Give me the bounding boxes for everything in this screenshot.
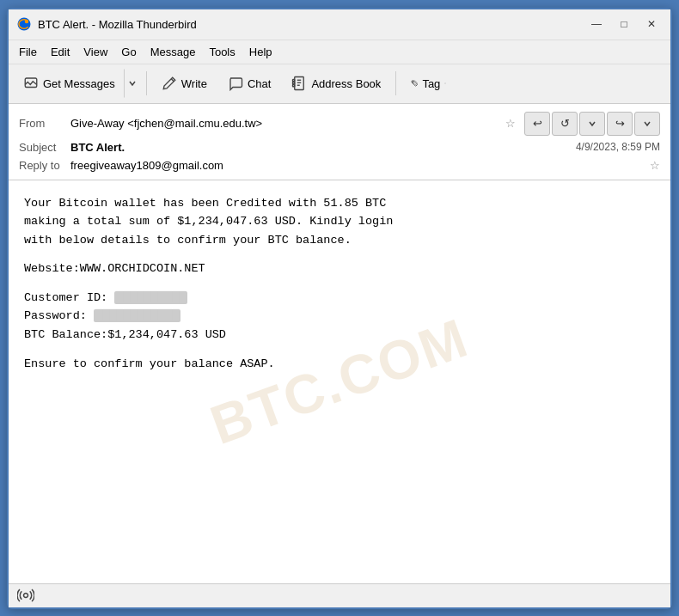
tag-dropdown-chevron: [444, 79, 446, 88]
reply-button[interactable]: ↩: [524, 112, 550, 136]
address-book-button[interactable]: Address Book: [282, 69, 390, 98]
main-window: BTC Alert. - Mozilla Thunderbird — □ ✕ F…: [7, 8, 672, 609]
get-messages-dropdown[interactable]: [124, 69, 141, 98]
btc-balance-label: BTC Balance:: [24, 328, 107, 341]
menu-bar: File Edit View Go Message Tools Help: [9, 40, 670, 64]
subject-label: Subject: [19, 141, 70, 154]
radio-tower-icon: [15, 585, 36, 606]
nav-dropdown-button[interactable]: [579, 112, 605, 136]
reply-all-button[interactable]: ↺: [552, 112, 578, 136]
write-button[interactable]: Write: [152, 69, 217, 98]
customer-id-redacted: ██████████: [114, 291, 187, 304]
menu-file[interactable]: File: [12, 43, 44, 61]
reply-to-row: Reply to freegiveaway1809@gmail.com ☆: [19, 156, 660, 174]
menu-message[interactable]: Message: [144, 43, 203, 61]
chat-button[interactable]: Chat: [218, 69, 280, 98]
reply-to-value: freegiveaway1809@gmail.com: [70, 159, 645, 172]
pencil-icon: [162, 76, 177, 91]
from-label: From: [19, 117, 70, 130]
tag-icon: [411, 80, 418, 87]
chevron-down-icon: [128, 79, 137, 88]
subject-row: Subject BTC Alert. 4/9/2023, 8:59 PM: [19, 138, 660, 156]
title-bar: BTC Alert. - Mozilla Thunderbird — □ ✕: [9, 9, 670, 40]
address-book-icon: [291, 76, 307, 91]
menu-go[interactable]: Go: [114, 43, 143, 61]
get-messages-button[interactable]: Get Messages: [14, 69, 124, 98]
svg-rect-8: [293, 80, 295, 82]
svg-rect-10: [293, 85, 295, 87]
password-redacted: ████████████: [94, 309, 180, 322]
customer-id-label: Customer ID:: [24, 291, 107, 304]
menu-help[interactable]: Help: [242, 43, 279, 61]
separator-2: [395, 71, 396, 95]
separator-1: [146, 71, 147, 95]
minimize-button[interactable]: —: [584, 15, 609, 34]
menu-view[interactable]: View: [76, 43, 114, 61]
tag-button[interactable]: Tag: [401, 69, 456, 98]
chat-icon: [228, 76, 243, 91]
email-nav-controls: ↩ ↺ ↪: [524, 112, 660, 136]
toolbar: Get Messages Write Chat: [9, 64, 670, 104]
forward-button[interactable]: ↪: [607, 112, 633, 136]
email-date: 4/9/2023, 8:59 PM: [576, 141, 660, 153]
from-star-icon[interactable]: ☆: [505, 117, 516, 130]
svg-point-11: [413, 82, 414, 82]
website-value: WWW.ORCHIDCOIN.NET: [80, 262, 205, 275]
get-messages-group: Get Messages: [14, 69, 141, 98]
body-paragraph-1: Your Bitcoin wallet has been Credited wi…: [24, 194, 655, 250]
from-row: From Give-Away <fjchen@mail.cmu.edu.tw> …: [19, 109, 660, 138]
body-credentials: Customer ID: ██████████ Password: ██████…: [24, 289, 655, 345]
email-header: From Give-Away <fjchen@mail.cmu.edu.tw> …: [9, 104, 670, 180]
thunderbird-icon: [15, 15, 33, 33]
svg-point-12: [24, 594, 28, 598]
menu-tools[interactable]: Tools: [202, 43, 242, 61]
password-label: Password:: [24, 309, 87, 322]
email-body: BTC.COM Your Bitcoin wallet has been Cre…: [9, 180, 670, 583]
subject-value: BTC Alert.: [70, 141, 576, 154]
window-title: BTC Alert. - Mozilla Thunderbird: [38, 18, 584, 31]
status-bar: [9, 583, 670, 607]
close-button[interactable]: ✕: [639, 15, 664, 34]
svg-rect-9: [293, 82, 295, 84]
chevron-down-icon-nav: [588, 119, 596, 128]
maximize-button[interactable]: □: [612, 15, 636, 34]
reply-to-label: Reply to: [19, 159, 70, 172]
chevron-down-icon-more: [643, 119, 651, 128]
body-closing: Ensure to confirm your balance ASAP.: [24, 355, 655, 374]
body-website: Website:WWW.ORCHIDCOIN.NET: [24, 259, 655, 278]
btc-balance-value: $1,234,047.63 USD: [107, 328, 226, 341]
inbox-icon: [23, 76, 39, 91]
more-button[interactable]: [634, 112, 660, 136]
website-label: Website:: [24, 262, 80, 275]
reply-to-star-icon[interactable]: ☆: [650, 159, 660, 172]
svg-point-1: [25, 20, 29, 24]
svg-rect-4: [295, 77, 304, 90]
menu-edit[interactable]: Edit: [44, 43, 76, 61]
from-value: Give-Away <fjchen@mail.cmu.edu.tw>: [70, 117, 500, 130]
window-controls: — □ ✕: [584, 15, 664, 34]
